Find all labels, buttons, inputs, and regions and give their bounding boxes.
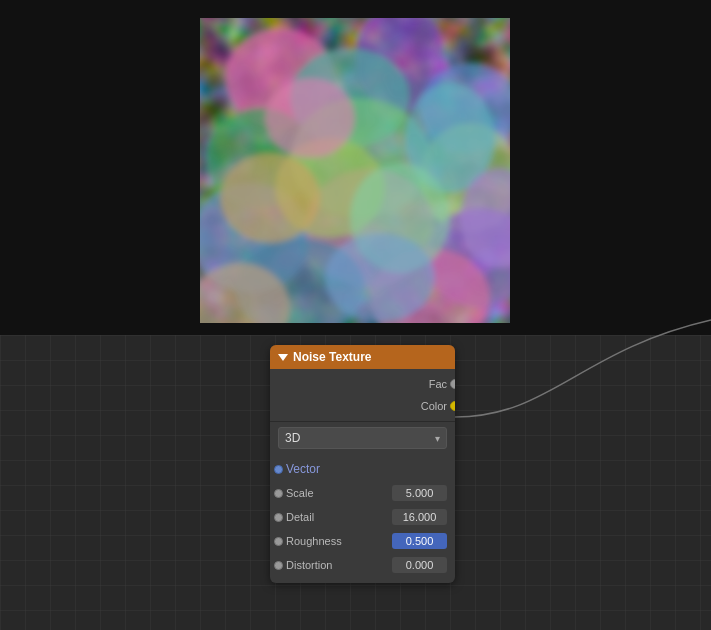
dropdown-value: 3D — [285, 431, 300, 445]
input-vector-label: Vector — [286, 462, 447, 476]
input-distortion-label: Distortion — [286, 559, 392, 571]
svg-point-20 — [220, 153, 320, 243]
node-title: Noise Texture — [293, 350, 371, 364]
input-distortion-row: Distortion 0.000 — [270, 553, 455, 577]
output-fac-row: Fac — [270, 373, 455, 395]
input-roughness-label: Roughness — [286, 535, 392, 547]
input-roughness-field[interactable]: 0.500 — [392, 533, 447, 549]
collapse-triangle-icon[interactable] — [278, 354, 288, 361]
output-color-label: Color — [421, 400, 447, 412]
input-detail-row: Detail 16.000 — [270, 505, 455, 529]
input-detail-field[interactable]: 16.000 — [392, 509, 447, 525]
node-outputs: Fac Color — [270, 369, 455, 422]
main-area: Noise Texture Fac Color 3D ▾ — [0, 0, 711, 630]
svg-point-16 — [265, 78, 355, 158]
output-color-row: Color — [270, 395, 455, 417]
input-distortion-field[interactable]: 0.000 — [392, 557, 447, 573]
input-detail-label: Detail — [286, 511, 392, 523]
dropdown-row: 3D ▾ — [270, 422, 455, 454]
socket-fac[interactable] — [450, 379, 455, 389]
input-scale-field[interactable]: 5.000 — [392, 485, 447, 501]
input-scale-row: Scale 5.000 — [270, 481, 455, 505]
node-panel: Noise Texture Fac Color 3D ▾ — [270, 345, 455, 583]
node-header: Noise Texture — [270, 345, 455, 369]
socket-distortion[interactable] — [274, 561, 283, 570]
input-scale-label: Scale — [286, 487, 392, 499]
socket-vector[interactable] — [274, 465, 283, 474]
output-fac-label: Fac — [429, 378, 447, 390]
socket-scale[interactable] — [274, 489, 283, 498]
dimension-dropdown[interactable]: 3D ▾ — [278, 427, 447, 449]
socket-color[interactable] — [450, 401, 455, 411]
input-vector-row: Vector — [270, 457, 455, 481]
input-roughness-row: Roughness 0.500 — [270, 529, 455, 553]
chevron-down-icon: ▾ — [435, 433, 440, 444]
texture-preview — [200, 18, 510, 323]
socket-roughness[interactable] — [274, 537, 283, 546]
node-inputs: Vector Scale 5.000 Detail 16.000 Roughne… — [270, 454, 455, 583]
svg-point-19 — [325, 233, 435, 323]
socket-detail[interactable] — [274, 513, 283, 522]
